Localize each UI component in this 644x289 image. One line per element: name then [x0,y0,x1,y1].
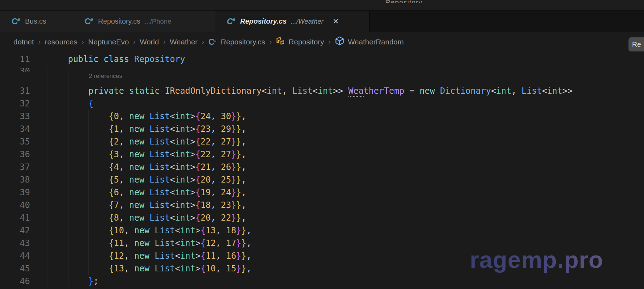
code-token: , [247,264,251,273]
code-token: new [134,251,150,261]
line-number: 11 [0,53,30,66]
code-token [129,238,134,248]
cube-symbol-icon [335,36,345,48]
code-token: int [175,213,190,223]
code-token: List [522,86,542,96]
code-token [37,111,109,121]
code-token: , [216,251,221,261]
code-token: int [175,124,190,134]
code-token: < [262,86,267,96]
code-token: , [119,200,124,210]
code-token: , [119,149,124,159]
breadcrumb-item-resources[interactable]: resources [45,38,77,46]
code-token: , [216,264,221,273]
code-token: , [241,137,246,147]
code-token: Repository [134,54,186,64]
tab-bus[interactable]: C#Bus.cs [0,11,73,32]
code-token: List [150,187,170,197]
code-token: List [154,238,175,248]
line-number: 39 [0,186,30,199]
breadcrumb-label: Weather [170,38,198,46]
code-token: , [211,124,215,134]
code-token: > [190,187,195,197]
code-token: > [195,238,200,248]
tab-path-suffix: .../Phone [145,18,171,25]
csharp-file-icon: C# [85,17,94,26]
breadcrumb-item-repository[interactable]: Repository [276,36,324,48]
code-token [435,86,440,96]
breadcrumb-label: Repository [288,38,324,46]
csharp-file-icon: C# [227,17,236,26]
code-token [37,175,109,185]
code-token: > [190,111,195,121]
code-token [37,137,109,147]
breadcrumb-item-neptuneevo[interactable]: NeptuneEvo [88,38,129,46]
breadcrumb-item-weatherrandom[interactable]: WeatherRandom [335,36,403,48]
code-token: List [154,226,175,235]
code-token [129,54,134,64]
re-overlay-button[interactable]: Re [628,37,644,51]
breadcrumb-label: World [140,38,159,46]
code-token: class [104,54,129,64]
code-token [124,111,129,121]
code-token: { [195,175,200,185]
code-line-text: {13, new List<int>{10, 15}}, [37,262,251,275]
line-number: 45 [0,262,30,275]
codelens-references[interactable]: 2 references [89,71,122,81]
code-token: 7 [114,200,119,210]
code-token: } [241,264,246,273]
code-line-text: { [37,97,93,110]
code-token: , [119,124,124,134]
code-token: , [282,86,287,96]
code-token: new [129,213,144,223]
code-token: < [175,238,180,248]
code-token [37,251,109,261]
code-token: int [175,137,190,147]
code-token [37,149,109,159]
code-token: List [150,200,170,210]
code-token: } [231,175,236,185]
code-token [37,124,109,134]
code-token: { [109,200,114,210]
code-token [343,86,348,96]
code-token: >> [562,86,572,96]
code-line: 34 {1, new List<int>{23, 29}}, [0,123,644,135]
code-token: 21 [200,162,211,172]
tab-repository-phone[interactable]: C#Repository.cs.../Phone [73,11,215,32]
code-line-text: {1, new List<int>{23, 29}}, [37,123,247,135]
code-token: 12 [114,251,124,261]
code-token [124,187,129,197]
code-token: } [231,200,236,210]
code-token: } [236,187,241,197]
code-line-text: {4, new List<int>{21, 26}}, [37,161,247,173]
close-icon[interactable]: ✕ [333,18,339,25]
breadcrumb-label: resources [45,38,77,46]
code-token [216,175,221,185]
code-token: , [241,187,246,197]
breadcrumb-item-repository-cs[interactable]: C#Repository.cs [208,38,265,46]
code-token: , [241,175,246,185]
code-token: { [195,213,200,223]
breadcrumb-item-dotnet[interactable]: dotnet [13,38,34,46]
code-line-text: {6, new List<int>{19, 24}}, [37,186,247,199]
code-token: List [154,251,175,261]
code-token: new [134,238,150,248]
tab-repository-weather[interactable]: C#Repository.cs.../Weather✕ [215,11,370,32]
code-token: 18 [226,226,236,235]
code-token: new [129,175,144,185]
code-token: { [109,226,114,235]
code-token: int [175,187,190,197]
chevron-right-icon: › [269,38,272,46]
breadcrumb-item-weather[interactable]: Weather [170,38,198,46]
breadcrumb-item-world[interactable]: World [140,38,159,46]
code-token: { [200,264,205,273]
code-token: , [211,162,215,172]
sticky-scroll-line[interactable]: 11 public class Repository [0,53,644,66]
code-token: , [119,213,124,223]
code-line-text: {2, new List<int>{22, 27}}, [37,135,247,148]
code-token: 6 [114,187,119,197]
code-token: int [175,175,190,185]
code-token: 13 [206,226,216,235]
code-token: Dictionary [440,86,491,96]
code-token [216,200,221,210]
